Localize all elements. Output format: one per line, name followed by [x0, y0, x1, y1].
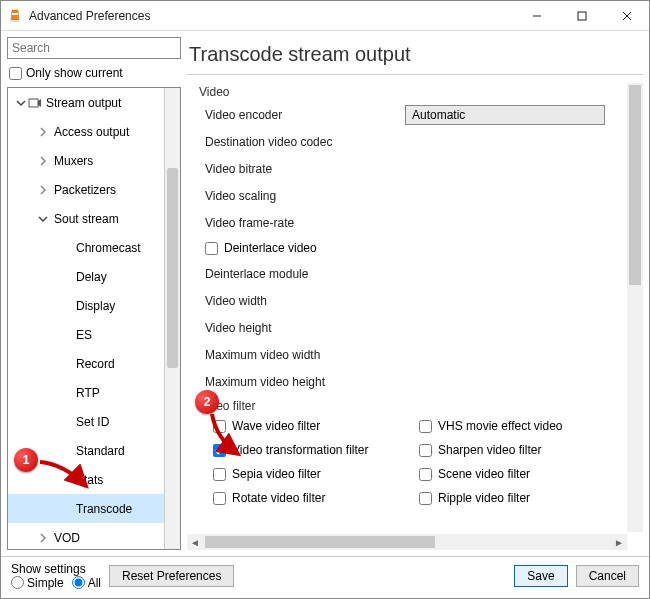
svg-rect-3 [578, 12, 586, 20]
only-show-current-checkbox[interactable]: Only show current [7, 63, 181, 83]
video-framerate-label: Video frame-rate [205, 216, 405, 230]
group-video-label: Video [199, 85, 625, 99]
tree-item-packetizers[interactable]: Packetizers [8, 175, 180, 204]
tree-item-label: Access output [50, 125, 129, 139]
only-show-current-label: Only show current [26, 66, 123, 80]
cancel-button[interactable]: Cancel [576, 565, 639, 587]
filter-wave-video-filter[interactable]: Wave video filter [213, 415, 419, 437]
tree-item-label: Stream output [42, 96, 121, 110]
save-button[interactable]: Save [514, 565, 567, 587]
search-input[interactable] [7, 37, 181, 59]
tree-item-transcode[interactable]: Transcode [8, 494, 180, 523]
tree-item-es[interactable]: ES [8, 320, 180, 349]
filter-vhs-movie-effect-video[interactable]: VHS movie effect video [419, 415, 625, 437]
filter-label: Scene video filter [438, 467, 530, 481]
tree-item-label: Chromecast [72, 241, 141, 255]
tree-item-label: Record [72, 357, 115, 371]
settings-scrollbar-vertical[interactable] [627, 83, 643, 532]
tree-item-label: Display [72, 299, 115, 313]
settings-scrollbar-horizontal[interactable]: ◄ ► [187, 534, 627, 550]
sidebar: Only show current Stream outputAccess ou… [7, 37, 181, 550]
tree-item-label: Packetizers [50, 183, 116, 197]
tree-item-stats[interactable]: Stats [8, 465, 180, 494]
app-icon [7, 8, 23, 24]
video-scaling-label: Video scaling [205, 189, 405, 203]
window-title: Advanced Preferences [29, 9, 514, 23]
video-height-label: Video height [205, 321, 405, 335]
filter-scene-video-filter[interactable]: Scene video filter [419, 463, 625, 485]
tree-expander-icon[interactable] [14, 98, 28, 108]
max-height-label: Maximum video height [205, 375, 405, 389]
filter-checkbox[interactable] [419, 420, 432, 433]
close-button[interactable] [604, 1, 649, 31]
scroll-left-icon[interactable]: ◄ [187, 537, 203, 548]
video-encoder-combo[interactable]: Automatic [405, 105, 605, 125]
filter-label: Sharpen video filter [438, 443, 541, 457]
tree-item-display[interactable]: Display [8, 291, 180, 320]
tree-expander-icon[interactable] [36, 127, 50, 137]
filter-checkbox[interactable] [213, 420, 226, 433]
stream-output-icon [28, 96, 42, 110]
filter-checkbox[interactable] [213, 444, 226, 457]
tree-item-stream-output[interactable]: Stream output [8, 88, 180, 117]
tree-item-label: Standard [72, 444, 125, 458]
tree-item-label: Transcode [72, 502, 132, 516]
tree-item-rtp[interactable]: RTP [8, 378, 180, 407]
show-settings-group: Show settings Simple All [11, 562, 101, 590]
filter-checkbox[interactable] [419, 444, 432, 457]
max-width-label: Maximum video width [205, 348, 405, 362]
filter-rotate-video-filter[interactable]: Rotate video filter [213, 487, 419, 509]
filter-checkbox[interactable] [419, 468, 432, 481]
tree-expander-icon[interactable] [36, 533, 50, 543]
filter-sharpen-video-filter[interactable]: Sharpen video filter [419, 439, 625, 461]
settings-body: Video Video encoder Automatic Destinatio… [187, 83, 625, 532]
tree-item-label: Set ID [72, 415, 109, 429]
filter-label: Ripple video filter [438, 491, 530, 505]
show-settings-simple[interactable]: Simple [11, 576, 64, 590]
dest-codec-label: Destination video codec [205, 135, 405, 149]
filter-video-transformation-filter[interactable]: Video transformation filter [213, 439, 419, 461]
maximize-button[interactable] [559, 1, 604, 31]
bottom-bar: Show settings Simple All Reset Preferenc… [1, 556, 649, 594]
titlebar: Advanced Preferences [1, 1, 649, 31]
only-show-current-box[interactable] [9, 67, 22, 80]
page-title: Transcode stream output [187, 37, 643, 75]
video-encoder-label: Video encoder [205, 108, 405, 122]
tree-item-delay[interactable]: Delay [8, 262, 180, 291]
tree-scrollbar[interactable] [164, 88, 180, 549]
show-settings-all[interactable]: All [72, 576, 101, 590]
deinterlace-checkbox[interactable]: Deinterlace video [193, 236, 625, 260]
tree-item-label: Stats [72, 473, 103, 487]
tree-item-access-output[interactable]: Access output [8, 117, 180, 146]
tree-item-label: ES [72, 328, 92, 342]
tree-item-label: Muxers [50, 154, 93, 168]
tree-expander-icon[interactable] [36, 214, 50, 224]
filter-checkbox[interactable] [213, 492, 226, 505]
filter-label: Video transformation filter [232, 443, 369, 457]
show-settings-label: Show settings [11, 562, 101, 576]
deint-module-label: Deinterlace module [205, 267, 405, 281]
filter-checkbox[interactable] [213, 468, 226, 481]
settings-pane: Transcode stream output Video Video enco… [187, 37, 643, 550]
tree-item-muxers[interactable]: Muxers [8, 146, 180, 175]
scroll-right-icon[interactable]: ► [611, 537, 627, 548]
tree-item-sout-stream[interactable]: Sout stream [8, 204, 180, 233]
deinterlace-label: Deinterlace video [224, 241, 317, 255]
filter-checkbox[interactable] [419, 492, 432, 505]
filter-ripple-video-filter[interactable]: Ripple video filter [419, 487, 625, 509]
video-width-label: Video width [205, 294, 405, 308]
tree-item-vod[interactable]: VOD [8, 523, 180, 549]
tree-item-label: VOD [50, 531, 80, 545]
tree-item-standard[interactable]: Standard [8, 436, 180, 465]
filter-label: VHS movie effect video [438, 419, 563, 433]
tree-item-set-id[interactable]: Set ID [8, 407, 180, 436]
tree-item-chromecast[interactable]: Chromecast [8, 233, 180, 262]
deinterlace-box[interactable] [205, 242, 218, 255]
tree-expander-icon[interactable] [36, 156, 50, 166]
tree-expander-icon[interactable] [36, 185, 50, 195]
tree-item-record[interactable]: Record [8, 349, 180, 378]
reset-preferences-button[interactable]: Reset Preferences [109, 565, 234, 587]
svg-rect-1 [12, 13, 18, 15]
minimize-button[interactable] [514, 1, 559, 31]
filter-sepia-video-filter[interactable]: Sepia video filter [213, 463, 419, 485]
